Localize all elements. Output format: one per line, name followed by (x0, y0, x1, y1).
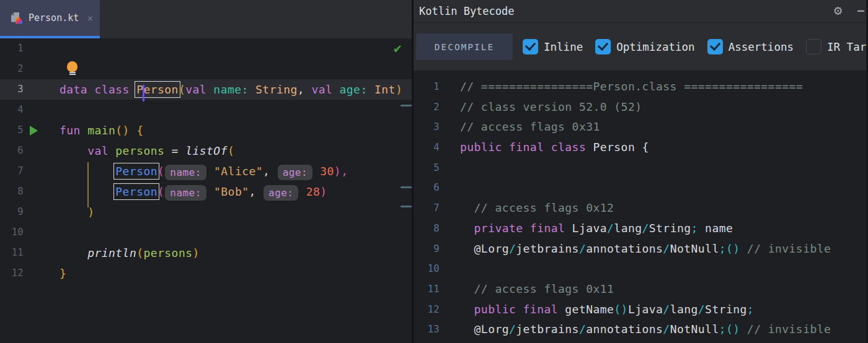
code-token: name (698, 222, 733, 235)
line-number[interactable]: 7 (0, 161, 25, 181)
scrollbar-mark[interactable] (401, 206, 414, 207)
code-line[interactable]: 3data class Person(val name: String, val… (0, 79, 414, 100)
tab-person-kt[interactable]: Person.kt ✕ (0, 0, 100, 36)
kotlin-code-editor[interactable]: 123data class Person(val name: String, v… (0, 38, 414, 343)
line-number[interactable]: 12 (414, 300, 442, 320)
code-token: jetbrains (516, 323, 579, 336)
line-number[interactable]: 7 (414, 198, 442, 219)
line-number[interactable]: 4 (0, 100, 25, 120)
settings-gear-icon[interactable]: ⚙ (834, 2, 842, 18)
hide-panel-icon[interactable]: — (857, 4, 864, 17)
code-text (60, 38, 414, 59)
code-line[interactable]: 4 (0, 100, 414, 120)
code-line[interactable]: 8 Person(name: "Bob", age: 28) (0, 181, 414, 202)
code-text (60, 222, 414, 243)
code-line[interactable]: 6 (414, 178, 866, 198)
line-number[interactable]: 3 (414, 117, 442, 137)
code-token: @Lorg (474, 323, 509, 336)
line-number[interactable]: 3 (0, 79, 25, 100)
line-number[interactable]: 11 (414, 279, 442, 300)
code-line[interactable]: 11 // access flags 0x11 (414, 279, 866, 300)
code-line[interactable]: 7 // access flags 0x12 (414, 198, 866, 219)
intention-lightbulb-icon[interactable] (67, 61, 78, 76)
code-text: Person(name: "Alice", age: 30), (60, 161, 414, 181)
inspections-ok-icon[interactable]: ✔ (394, 41, 402, 56)
line-number[interactable]: 9 (0, 202, 25, 222)
code-token (299, 185, 306, 198)
code-token: () (614, 303, 628, 316)
line-number[interactable]: 11 (0, 243, 25, 263)
parameter-hint-chip: name: (165, 165, 206, 180)
line-number[interactable]: 5 (0, 120, 25, 141)
code-line[interactable]: 5 (414, 158, 866, 178)
code-token (460, 323, 474, 336)
code-line[interactable]: 8 private final Ljava/lang/String; name (414, 219, 866, 239)
code-line[interactable]: 4public final class Person { (414, 137, 866, 158)
code-line[interactable]: 13 @Lorg/jetbrains/annotations/NotNull;(… (414, 319, 866, 340)
code-token (740, 323, 747, 336)
code-token: / (509, 323, 516, 336)
checkbox-assertions[interactable] (707, 39, 723, 54)
run-arrow-icon[interactable] (30, 126, 38, 136)
code-line[interactable]: 1 (0, 38, 414, 59)
code-token: NotNull (670, 323, 719, 336)
kotlin-file-icon (11, 12, 22, 24)
gutter-icon-slot (25, 161, 60, 181)
line-number[interactable]: 4 (414, 137, 442, 158)
line-number[interactable]: 8 (0, 181, 25, 202)
code-token: String (255, 83, 298, 96)
gutter-icon-slot (25, 202, 60, 222)
line-number[interactable]: 9 (414, 239, 442, 259)
code-token: , (263, 165, 277, 178)
code-line[interactable]: 2// class version 52.0 (52) (414, 97, 866, 118)
code-line[interactable]: 10 (414, 259, 866, 279)
indent-guide-highlight (87, 162, 89, 207)
checkbox-optimization[interactable] (595, 39, 611, 54)
line-number[interactable]: 2 (414, 97, 442, 118)
bytecode-code-viewer[interactable]: 1// ================Person.class =======… (414, 71, 866, 343)
line-number[interactable]: 6 (414, 178, 442, 198)
line-number[interactable]: 13 (414, 319, 442, 340)
code-line[interactable]: 2 (0, 59, 414, 79)
code-text: // access flags 0x31 (442, 117, 866, 137)
code-line[interactable]: 9 @Lorg/jetbrains/annotations/NotNull;()… (414, 239, 866, 259)
code-line[interactable]: 7 Person(name: "Alice", age: 30), (0, 161, 414, 181)
line-number[interactable]: 10 (0, 222, 25, 243)
code-line[interactable]: 12 public final getName()Ljava/lang/Stri… (414, 300, 866, 320)
code-token: val (185, 83, 213, 96)
code-token: / (579, 323, 586, 336)
line-number[interactable]: 1 (414, 77, 442, 97)
code-token: NotNull (670, 242, 719, 255)
code-token: public final (474, 303, 565, 316)
line-number[interactable]: 2 (0, 59, 25, 79)
ide-window: Person.kt ✕ 123data class Person(val nam… (0, 0, 868, 343)
line-number[interactable]: 12 (0, 263, 25, 284)
line-number[interactable]: 10 (414, 259, 442, 279)
code-token: persons (143, 246, 192, 259)
code-text: @Lorg/jetbrains/annotations/NotNull;() /… (442, 239, 866, 259)
line-number[interactable]: 5 (414, 158, 442, 178)
code-line[interactable]: 1// ================Person.class =======… (414, 77, 866, 97)
scrollbar-mark[interactable] (401, 105, 414, 106)
checkbox-ir-target[interactable] (806, 39, 822, 54)
decompile-button[interactable]: DECOMPILE (416, 33, 513, 60)
code-token: name: (213, 83, 248, 96)
code-line[interactable]: 9 ) (0, 202, 414, 222)
code-line[interactable]: 3// access flags 0x31 (414, 117, 866, 137)
code-token: main (87, 124, 115, 137)
code-line[interactable]: 6 val persons = listOf( (0, 141, 414, 161)
code-token: ), (334, 165, 348, 178)
line-number[interactable]: 6 (0, 141, 25, 161)
code-token: / (663, 303, 670, 316)
code-line[interactable]: 5fun main() { (0, 120, 414, 141)
code-line[interactable]: 11 println(persons) (0, 243, 414, 263)
scrollbar-mark[interactable] (401, 186, 414, 188)
code-text (60, 100, 414, 120)
code-line[interactable]: 10 (0, 222, 414, 243)
checkbox-inline[interactable] (523, 39, 538, 54)
code-line[interactable]: 12} (0, 263, 414, 284)
line-number[interactable]: 8 (414, 219, 442, 239)
tab-close-icon[interactable]: ✕ (87, 13, 92, 23)
line-number[interactable]: 1 (0, 38, 25, 59)
code-token (313, 165, 320, 178)
